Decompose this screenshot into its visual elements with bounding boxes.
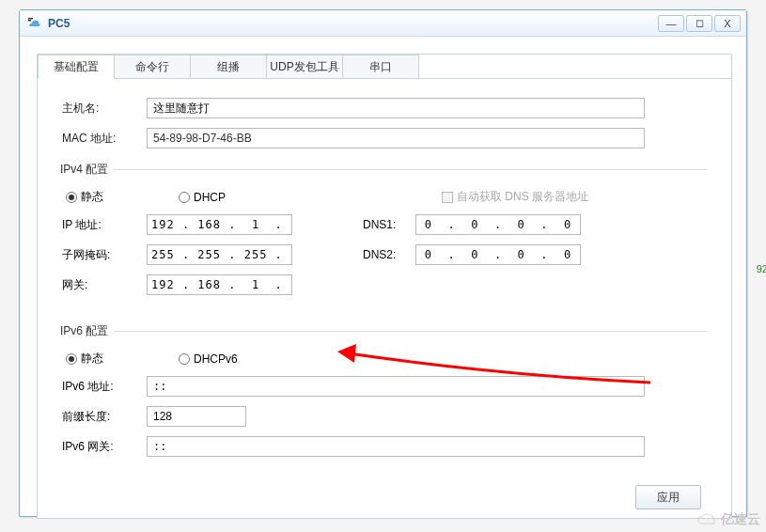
minimize-button[interactable]: — — [658, 15, 684, 32]
radio-icon — [179, 353, 190, 365]
ipv6-addr-label: IPv6 地址: — [62, 379, 147, 395]
auto-dns-checkbox: 自动获取 DNS 服务器地址 — [442, 189, 588, 205]
ipv6-radio-static[interactable]: 静态 — [66, 351, 103, 367]
app-icon — [25, 15, 42, 32]
mac-input[interactable] — [147, 128, 645, 149]
dns2-label: DNS2: — [363, 248, 415, 261]
mask-label: 子网掩码: — [62, 247, 147, 263]
mac-label: MAC 地址: — [62, 131, 147, 147]
tab-body-basic: 主机名: MAC 地址: IPv4 配置 静态 DHCP — [38, 78, 731, 517]
ipv6-addr-input[interactable] — [147, 376, 645, 397]
svg-rect-1 — [28, 20, 31, 22]
radio-icon — [66, 192, 77, 203]
close-button[interactable]: X — [714, 15, 741, 32]
radio-icon — [179, 192, 190, 203]
hostname-label: 主机名: — [62, 101, 147, 117]
ipv6-legend: IPv6 配置 — [60, 323, 114, 339]
ipv4-legend: IPv4 配置 — [60, 162, 114, 178]
ipv6-group: IPv6 配置 静态 DHCPv6 IPv6 地址: 前缀长 — [62, 323, 707, 472]
mac-row: MAC 地址: — [62, 128, 707, 149]
maximize-button[interactable]: ◻ — [686, 15, 712, 32]
side-note: 92 — [757, 263, 766, 274]
ipv4-group: IPv4 配置 静态 DHCP 自动获取 DNS 服务器地址 — [62, 162, 707, 310]
dns2-input[interactable] — [415, 244, 581, 265]
ipv4-radio-dhcp[interactable]: DHCP — [179, 191, 226, 204]
checkbox-icon — [442, 192, 453, 203]
titlebar: PC5 — ◻ X — [20, 10, 746, 37]
ipv6-mode-row: 静态 DHCPv6 — [62, 351, 707, 367]
svg-rect-0 — [28, 18, 33, 20]
ipv6-prefix-label: 前缀长度: — [62, 409, 147, 425]
ipv4-radio-static[interactable]: 静态 — [66, 189, 103, 205]
radio-icon — [66, 353, 77, 365]
tab-multicast[interactable]: 组播 — [190, 55, 267, 79]
ipv6-gw-input[interactable] — [147, 436, 645, 457]
watermark: 亿速云 — [696, 511, 760, 528]
content-area: 基础配置 命令行 组播 UDP发包工具 串口 主机名: MAC 地址: IPv4… — [37, 54, 732, 519]
hostname-input[interactable] — [147, 98, 645, 118]
tab-bar: 基础配置 命令行 组播 UDP发包工具 串口 — [38, 55, 731, 79]
apply-button[interactable]: 应用 — [635, 485, 701, 509]
ipv6-prefix-input[interactable] — [147, 406, 246, 427]
tab-cli[interactable]: 命令行 — [114, 55, 191, 79]
ip-input[interactable] — [147, 214, 292, 235]
ipv6-gw-label: IPv6 网关: — [62, 439, 147, 455]
ip-label: IP 地址: — [62, 217, 147, 233]
tab-serial[interactable]: 串口 — [342, 55, 419, 79]
app-window: PC5 — ◻ X 基础配置 命令行 组播 UDP发包工具 串口 主机名: MA… — [19, 9, 747, 517]
gateway-input[interactable] — [147, 274, 292, 295]
ipv4-mode-row: 静态 DHCP 自动获取 DNS 服务器地址 — [62, 189, 707, 205]
dns1-input[interactable] — [415, 214, 581, 235]
mask-input[interactable] — [147, 244, 292, 265]
gateway-label: 网关: — [62, 277, 147, 293]
dns1-label: DNS1: — [363, 218, 415, 231]
window-controls: — ◻ X — [658, 15, 741, 32]
ipv6-radio-dhcp[interactable]: DHCPv6 — [179, 352, 238, 366]
hostname-row: 主机名: — [62, 98, 707, 118]
window-title: PC5 — [48, 17, 658, 30]
tab-basic[interactable]: 基础配置 — [38, 55, 115, 79]
tab-udp[interactable]: UDP发包工具 — [266, 55, 343, 79]
